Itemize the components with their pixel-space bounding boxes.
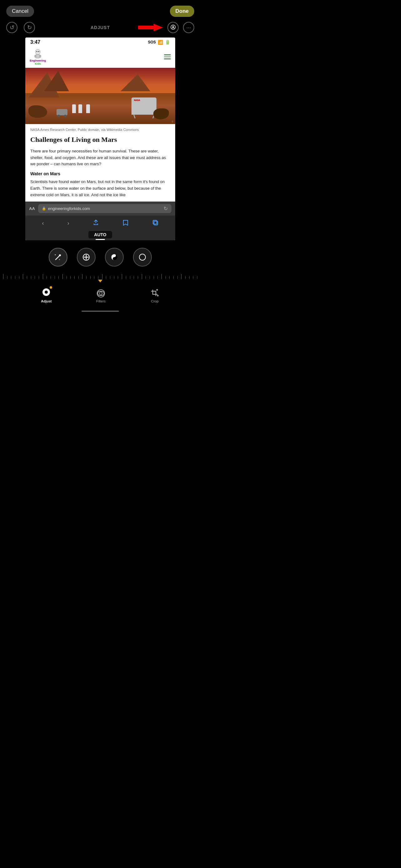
adjust-dot bbox=[49, 286, 52, 289]
lock-icon: 🔒 bbox=[42, 207, 46, 211]
article-body-2: Scientists have found water on Mars, but… bbox=[30, 179, 170, 198]
magic-wand-icon: ✦ ✦ bbox=[54, 253, 63, 261]
article-body-1: There are four primary necessities for h… bbox=[30, 148, 170, 167]
hamburger-menu[interactable] bbox=[164, 54, 171, 59]
sos-label: SOS bbox=[148, 40, 156, 44]
top-bar: Cancel Done bbox=[0, 0, 201, 21]
crop-label: Crop bbox=[151, 299, 159, 303]
svg-marker-1 bbox=[154, 24, 163, 31]
adjust-tool-button[interactable]: Adjust bbox=[41, 287, 52, 303]
filters-icon bbox=[96, 289, 106, 298]
svg-rect-6 bbox=[35, 55, 36, 58]
svg-rect-3 bbox=[36, 54, 40, 58]
home-bar bbox=[81, 311, 119, 312]
svg-rect-9 bbox=[154, 221, 158, 225]
add-tool[interactable] bbox=[77, 248, 96, 267]
red-arrow-annotation bbox=[138, 23, 163, 32]
crop-tool-button[interactable]: Crop bbox=[150, 289, 160, 303]
adjust-icon bbox=[41, 287, 51, 297]
phone-screen: 3:47 SOS 📶 🔋 Engineering bbox=[25, 37, 175, 240]
svg-rect-8 bbox=[153, 220, 157, 224]
section-heading: Water on Mars bbox=[30, 171, 170, 176]
nav-bar: Engineering Kids bbox=[25, 46, 175, 68]
status-bar: 3:47 SOS 📶 🔋 bbox=[25, 37, 175, 46]
ruler-ticks bbox=[0, 273, 201, 279]
logo-text: Engineering Kids bbox=[30, 59, 46, 66]
article-content: NASA Ames Research Center, Public domain… bbox=[25, 124, 175, 202]
browser-share-button[interactable] bbox=[90, 218, 101, 228]
cancel-button[interactable]: Cancel bbox=[6, 6, 34, 17]
status-right: SOS 📶 🔋 bbox=[148, 40, 170, 45]
battery-icon: 🔋 bbox=[165, 40, 170, 45]
browser-tabs-button[interactable] bbox=[149, 218, 161, 228]
status-time: 3:47 bbox=[30, 39, 40, 45]
done-button[interactable]: Done bbox=[170, 6, 195, 17]
magic-wand-tool[interactable]: ✦ ✦ bbox=[49, 248, 67, 267]
extra-tool-icon bbox=[138, 253, 147, 261]
svg-point-4 bbox=[36, 51, 37, 52]
svg-point-11 bbox=[59, 254, 61, 256]
auto-label: AUTO bbox=[89, 231, 112, 239]
bottom-toolbar: Adjust Filters Crop bbox=[0, 284, 201, 308]
wifi-icon: 📶 bbox=[158, 40, 163, 45]
svg-text:✦: ✦ bbox=[54, 254, 56, 256]
svg-point-19 bbox=[114, 258, 115, 259]
svg-point-20 bbox=[139, 254, 145, 260]
more-options-button[interactable]: ··· bbox=[183, 22, 194, 33]
toolbar-left: ↺ ↻ bbox=[6, 22, 35, 33]
toolbar-right: Ⓐ ··· bbox=[138, 22, 194, 33]
toolbar-title: ADJUST bbox=[91, 25, 110, 30]
adjust-label: Adjust bbox=[41, 299, 52, 303]
svg-point-2 bbox=[35, 50, 40, 54]
share-icon bbox=[93, 219, 99, 226]
svg-point-18 bbox=[114, 255, 115, 256]
image-attribution: NASA Ames Research Center, Public domain… bbox=[30, 127, 170, 132]
article-title: Challenges of Living on Mars bbox=[30, 135, 170, 144]
site-logo: Engineering Kids bbox=[30, 48, 46, 66]
yin-yang-tool[interactable] bbox=[105, 248, 124, 267]
svg-point-22 bbox=[45, 290, 48, 294]
browser-reload-button[interactable]: ↻ bbox=[164, 206, 168, 212]
yin-yang-icon bbox=[110, 253, 119, 261]
browser-bookmarks-button[interactable] bbox=[120, 218, 131, 228]
extra-tool[interactable] bbox=[133, 248, 152, 267]
svg-point-23 bbox=[97, 290, 105, 297]
svg-text:✦: ✦ bbox=[59, 259, 60, 260]
tools-section: ✦ ✦ bbox=[0, 242, 201, 270]
toolbar: ↺ ↻ ADJUST Ⓐ ··· bbox=[0, 21, 201, 36]
home-indicator bbox=[0, 308, 201, 315]
browser-aa[interactable]: AA bbox=[29, 206, 35, 211]
svg-rect-7 bbox=[40, 55, 41, 58]
plus-icon bbox=[82, 253, 91, 261]
article-image: NASA © bbox=[25, 68, 175, 124]
browser-url: engineeringforkids.com bbox=[48, 206, 90, 211]
browser-forward-button[interactable]: › bbox=[65, 219, 72, 228]
bookmarks-icon bbox=[123, 219, 129, 226]
filters-tool-button[interactable]: Filters bbox=[96, 289, 106, 303]
browser-back-button[interactable]: ‹ bbox=[40, 219, 46, 228]
browser-nav: ‹ › bbox=[25, 216, 175, 231]
svg-rect-0 bbox=[138, 26, 154, 29]
ruler-section[interactable] bbox=[0, 270, 201, 284]
adjust-icon-wrapper bbox=[41, 287, 51, 298]
tabs-icon bbox=[152, 219, 158, 226]
logo-icon bbox=[32, 48, 43, 59]
redo-button[interactable]: ↻ bbox=[24, 22, 35, 33]
browser-url-box[interactable]: 🔒 engineeringforkids.com ↻ bbox=[38, 204, 171, 213]
browser-bar: AA 🔒 engineeringforkids.com ↻ bbox=[25, 202, 175, 216]
filters-label: Filters bbox=[96, 299, 106, 303]
undo-button[interactable]: ↺ bbox=[6, 22, 18, 33]
markup-button[interactable]: Ⓐ bbox=[167, 22, 179, 33]
svg-point-5 bbox=[38, 51, 39, 52]
crop-icon bbox=[150, 289, 160, 298]
